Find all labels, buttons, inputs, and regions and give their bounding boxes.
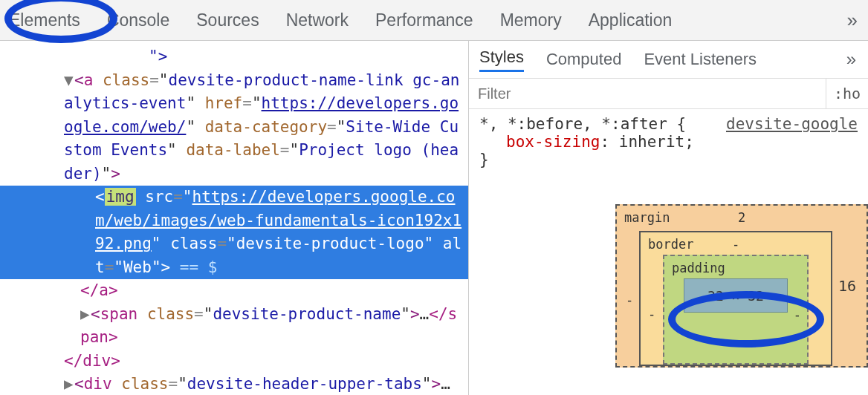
bm-margin-label: margin xyxy=(624,210,670,225)
subtab-computed[interactable]: Computed xyxy=(546,50,622,69)
rule-close-brace: } xyxy=(479,151,858,169)
bm-margin-top: 2 xyxy=(738,210,745,225)
tab-memory[interactable]: Memory xyxy=(500,10,562,30)
tab-sources[interactable]: Sources xyxy=(196,10,259,30)
subtab-styles[interactable]: Styles xyxy=(479,48,524,72)
dom-anchor-open[interactable]: ▼<a class="devsite-product-name-link gc-… xyxy=(0,69,468,186)
bm-border-top: - xyxy=(732,237,739,252)
prop-name-box-sizing: box-sizing xyxy=(506,133,600,151)
rule-selector: *, *:before, *:after { xyxy=(479,115,686,133)
css-rule[interactable]: *, *:before, *:after {devsite-google box… xyxy=(469,109,868,174)
bm-border-label: border xyxy=(648,237,693,252)
dom-img-selected[interactable]: <img src="https://developers.google.com/… xyxy=(0,186,468,279)
devtools-main-tabs: Elements Console Sources Network Perform… xyxy=(0,0,868,41)
bm-content-size: 32 × 32 xyxy=(707,288,764,304)
bm-padding-left: - xyxy=(670,307,678,322)
dom-cutoff: "> xyxy=(149,48,167,65)
elements-dom-tree[interactable]: "> ▼<a class="devsite-product-name-link … xyxy=(0,41,468,395)
bm-border-right: - xyxy=(816,307,823,321)
dom-div-close1[interactable]: </div> xyxy=(0,350,468,373)
subtabs-overflow-icon[interactable]: » xyxy=(846,49,858,70)
box-model-margin[interactable]: margin 2 16 - border - - - padding - - xyxy=(615,204,868,368)
dom-div-tabs[interactable]: ▶<div class="devsite-header-upper-tabs">… xyxy=(0,373,468,395)
tab-elements[interactable]: Elements xyxy=(9,10,80,30)
bm-margin-right: 16 xyxy=(838,277,856,295)
dom-anchor-close[interactable]: </a> xyxy=(0,279,468,303)
box-model-content[interactable]: 32 × 32 xyxy=(684,278,788,313)
subtab-event-listeners[interactable]: Event Listeners xyxy=(644,50,757,69)
styles-subtabs: Styles Computed Event Listeners » xyxy=(469,41,868,78)
bm-margin-left: - xyxy=(626,293,633,307)
tab-application[interactable]: Application xyxy=(589,10,673,30)
tab-network[interactable]: Network xyxy=(286,10,349,30)
bm-padding-label: padding xyxy=(672,261,725,275)
tab-performance[interactable]: Performance xyxy=(375,10,473,30)
bm-border-left: - xyxy=(648,307,655,321)
dom-span-open[interactable]: ▶<span class="devsite-product-name">…</s… xyxy=(0,303,468,350)
bm-padding-right: - xyxy=(794,307,801,322)
box-model-padding[interactable]: padding - - 32 × 32 xyxy=(663,255,809,365)
styles-filter-input[interactable] xyxy=(469,79,826,108)
styles-hov-toggle[interactable]: :ho xyxy=(826,79,868,108)
rule-source-link[interactable]: devsite-google xyxy=(726,115,858,133)
tab-console[interactable]: Console xyxy=(107,10,169,30)
tabs-overflow-icon[interactable]: » xyxy=(847,9,859,32)
box-model-border[interactable]: border - - - padding - - 32 × 32 xyxy=(639,231,832,366)
prop-val-inherit: inherit; xyxy=(619,133,694,151)
